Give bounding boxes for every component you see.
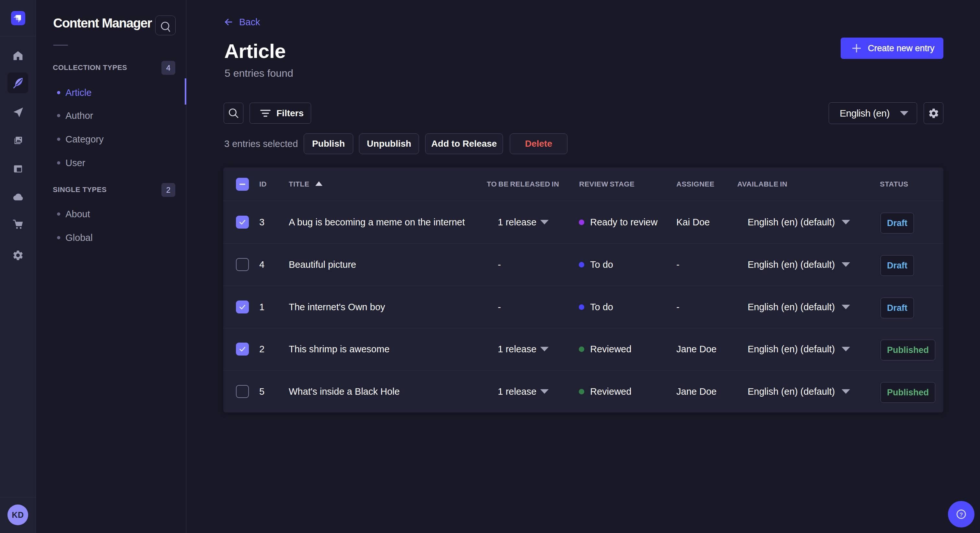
svg-text:?: ?: [959, 512, 963, 518]
